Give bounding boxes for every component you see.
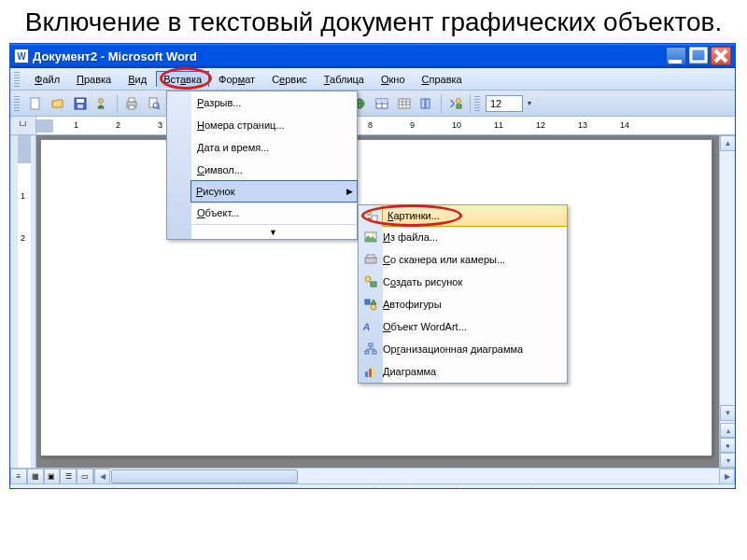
scrollbar-horizontal[interactable]: ◀ ▶ [94,469,735,483]
status-line: Ст 1 [201,487,241,490]
svg-rect-32 [426,99,430,108]
scrollbar-vertical[interactable]: ▲ ▼ ▴ ● ▾ [719,135,735,468]
menu-item-orgchart[interactable]: Организационная диаграмма [383,338,567,360]
svg-point-38 [373,233,375,236]
window-controls [666,47,735,65]
grip-icon[interactable] [474,96,480,111]
menu-view[interactable]: Вид [120,71,154,88]
minimize-button[interactable] [666,47,686,65]
web-view-button[interactable]: ▦ [27,469,44,484]
svg-rect-34 [457,105,461,108]
status-ovr[interactable]: ЗАМ [416,487,457,490]
svg-rect-1 [691,49,706,62]
columns-button[interactable] [416,93,437,114]
ruler-scale[interactable]: 1 2 3 4 5 6 7 8 9 10 11 12 13 14 [36,117,735,134]
menu-item-page-numbers[interactable]: Номера страниц... [191,114,357,136]
svg-point-33 [457,98,461,103]
menu-expand-button[interactable]: ▼ [191,224,357,239]
svg-rect-50 [369,369,372,377]
separator [117,94,118,113]
scroll-right-icon[interactable]: ▶ [719,469,735,484]
print-button[interactable] [121,93,142,114]
scroll-up-icon[interactable]: ▲ [720,135,735,151]
from-file-icon [359,226,383,248]
grip-icon[interactable] [14,72,20,87]
word-window: W Документ2 - Microsoft Word Файл Правка… [9,43,736,489]
scroll-down-icon[interactable]: ▼ [720,405,735,421]
scrollbar-row: ≡ ▦ ▣ ☰ ▭ ◀ ▶ [10,468,735,483]
svg-rect-51 [373,367,375,377]
menu-help[interactable]: Справка [415,71,470,88]
menu-item-autoshapes[interactable]: Автофигуры [383,293,567,315]
maximize-button[interactable] [688,47,709,65]
submenu-arrow-icon: ▶ [346,187,353,196]
app-icon: W [14,49,29,63]
menu-window[interactable]: Окно [374,71,413,88]
status-trk[interactable]: ИСПР [327,487,375,490]
permission-button[interactable] [92,93,113,114]
status-ext[interactable]: ВДЛ [375,487,416,490]
menu-item-picture[interactable]: Рисунок▶ [190,180,358,203]
menubar: Файл Правка Вид Вставка Формат Сервис Та… [10,68,735,91]
status-page: Стр. 1 [14,487,63,490]
grip-icon[interactable] [14,96,20,111]
svg-rect-42 [371,282,376,287]
clipart-icon [359,204,383,227]
svg-rect-46 [369,343,373,346]
fontsize-dropdown[interactable]: ▾ [525,99,534,107]
ruler-vertical[interactable]: 1 2 [10,135,36,468]
print-preview-button[interactable] [144,93,164,114]
toolbar: ABC ▾ ▾ 12 ▾ [10,91,735,117]
insert-menu-dropdown: Разрыв... Номера страниц... Дата и время… [166,91,358,240]
scanner-icon [359,248,383,271]
save-button[interactable] [70,93,91,114]
status-lang[interactable]: русский (Ро [457,487,531,490]
svg-point-6 [99,98,104,103]
menu-insert[interactable]: Вставка [156,71,209,87]
menu-item-from-scanner[interactable]: Со сканера или камеры... [383,248,567,271]
chart-icon [359,360,383,383]
svg-rect-0 [669,60,682,63]
menu-item-new-drawing[interactable]: Создать рисунок [383,271,567,293]
browse-object-icon[interactable]: ● [720,438,735,453]
prev-page-icon[interactable]: ▴ [720,423,735,438]
svg-text:A: A [363,321,372,332]
svg-rect-48 [373,351,376,354]
close-button[interactable] [711,47,731,65]
svg-point-35 [367,211,372,216]
outline-view-button[interactable]: ☰ [60,469,77,484]
status-rec[interactable]: ЗАП [287,487,327,490]
reading-view-button[interactable]: ▭ [77,469,93,484]
svg-rect-25 [376,99,388,102]
menu-tools[interactable]: Сервис [264,71,315,88]
menu-item-from-file[interactable]: Из файла... [383,226,567,248]
menu-item-wordart[interactable]: A Объект WordArt... [383,315,567,338]
menu-item-symbol[interactable]: Символ... [191,159,357,181]
wordart-icon: A [359,315,383,338]
menu-table[interactable]: Таблица [317,71,372,88]
menu-file[interactable]: Файл [27,71,67,88]
open-button[interactable] [48,93,68,114]
separator [470,94,471,113]
next-page-icon[interactable]: ▾ [720,453,735,468]
picture-submenu-dropdown: Картинки... Из файла... Со сканера или к… [358,204,568,384]
new-doc-button[interactable] [25,93,46,114]
menu-format[interactable]: Формат [211,71,262,88]
menu-item-break[interactable]: Разрыв... [191,91,357,114]
insert-table-button[interactable] [394,93,415,114]
menu-item-clipart[interactable]: Картинки... [382,204,568,227]
print-view-button[interactable]: ▣ [44,469,61,484]
menu-item-object[interactable]: Объект... [191,202,357,224]
normal-view-button[interactable]: ≡ [10,469,27,484]
slide-title: Включение в текстовый документ графическ… [0,0,747,43]
svg-rect-31 [421,99,425,108]
drawing-button[interactable] [445,93,466,114]
scroll-thumb[interactable] [111,469,298,483]
menu-item-chart[interactable]: Диаграмма [383,360,567,383]
fontsize-input[interactable]: 12 [486,95,523,112]
tables-borders-button[interactable] [372,93,392,114]
menu-edit[interactable]: Правка [69,71,119,88]
ruler-corner[interactable]: └┘ [10,117,36,134]
menu-item-date-time[interactable]: Дата и время... [191,136,357,159]
scroll-left-icon[interactable]: ◀ [94,469,110,484]
